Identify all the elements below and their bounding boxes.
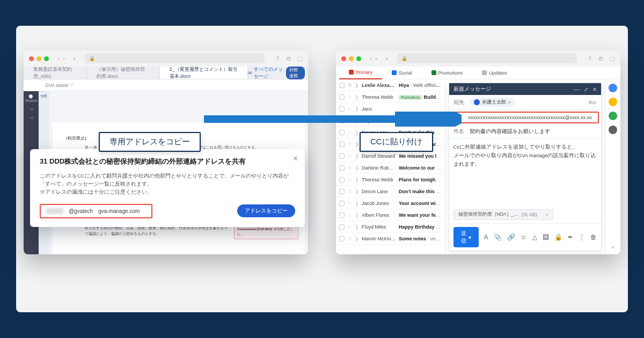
- important-icon[interactable]: ❯: [355, 118, 359, 123]
- mail-row[interactable]: ☆❯Albert FloresWe want your feedback · M…: [336, 209, 445, 221]
- send-button[interactable]: 送信▾: [453, 227, 479, 247]
- close-icon[interactable]: [29, 56, 34, 61]
- rail-keep-icon[interactable]: [609, 98, 617, 106]
- checkbox[interactable]: [339, 83, 345, 88]
- minimize-icon[interactable]: [36, 56, 41, 61]
- link-icon[interactable]: 🔗: [507, 233, 515, 241]
- star-icon[interactable]: ☆: [347, 117, 352, 123]
- cc-field[interactable]: Cc xxxxxxxxxxxxxxxxxxxxxxxxxxxxxxxxxxxxx…: [451, 112, 599, 123]
- checkbox[interactable]: [339, 106, 345, 112]
- important-icon[interactable]: ❯: [355, 189, 359, 194]
- star-icon[interactable]: ☆: [347, 188, 352, 194]
- back-button[interactable]: ‹: [370, 55, 372, 62]
- share-icon[interactable]: ⇪: [275, 55, 280, 62]
- star-icon[interactable]: ☆: [347, 165, 352, 171]
- sidebar-item[interactable]: ▭: [30, 107, 33, 111]
- checkbox[interactable]: [339, 201, 345, 206]
- important-icon[interactable]: ❯: [355, 177, 359, 182]
- close-icon[interactable]: [341, 56, 346, 61]
- copy-address-button[interactable]: アドレスをコピー: [237, 204, 295, 217]
- important-icon[interactable]: ❯: [355, 106, 359, 112]
- zoom-icon[interactable]: [356, 56, 361, 61]
- copy-icon[interactable]: ⧉: [599, 55, 603, 62]
- forward-button[interactable]: ›: [375, 55, 377, 62]
- star-icon[interactable]: ☆: [347, 106, 352, 112]
- checkbox[interactable]: [339, 165, 345, 171]
- important-icon[interactable]: ❯: [355, 236, 359, 241]
- trash-icon[interactable]: 🗑: [590, 233, 597, 241]
- remove-attachment-icon[interactable]: ×: [546, 212, 548, 217]
- chevron-right-icon[interactable]: ›: [612, 244, 614, 250]
- address-bar[interactable]: 🔒: [85, 54, 265, 63]
- mail-list[interactable]: ☆❯Leslie AlexanderHiya · Velit officia c…: [336, 79, 445, 254]
- recipient-chip[interactable]: 弁護士太郎 ×: [470, 98, 515, 107]
- mail-row[interactable]: ☆❯Theresa WebbPromotionsBuild prototypes: [336, 91, 445, 103]
- checkbox[interactable]: [339, 177, 345, 182]
- compose-body[interactable]: Ccに外部連絡アドレスを追加してやり取りすると、 メールでのやり取り内容がGVA…: [449, 138, 601, 206]
- star-icon[interactable]: ☆: [347, 94, 352, 100]
- share-icon[interactable]: ⇪: [588, 55, 592, 62]
- mail-row[interactable]: ☆❯Leslie AlexanderHiya · Velit officia c…: [336, 79, 445, 91]
- zoom-icon[interactable]: [44, 56, 49, 61]
- add-tab-button[interactable]: ＋: [71, 55, 77, 63]
- important-icon[interactable]: ❯: [355, 165, 359, 171]
- close-modal-button[interactable]: ✕: [292, 155, 298, 163]
- mail-row[interactable]: ☆❯Devon LaneDon't make this bad · Albequ…: [336, 186, 445, 197]
- attach-icon[interactable]: 📎: [494, 233, 502, 241]
- tab-primary[interactable]: Primary: [339, 67, 382, 79]
- checkbox[interactable]: [339, 94, 345, 100]
- signature-icon[interactable]: ✒: [568, 233, 573, 241]
- important-icon[interactable]: ❯: [355, 212, 359, 218]
- emoji-icon[interactable]: ☺: [521, 233, 527, 241]
- mail-row[interactable]: ☆❯Marvin McKinneySome notes · Vestibulum…: [336, 233, 445, 245]
- checkbox[interactable]: [339, 153, 345, 159]
- important-icon[interactable]: ❯: [355, 153, 359, 159]
- checkbox[interactable]: [339, 130, 345, 135]
- more-icon[interactable]: ⋮: [579, 233, 585, 241]
- mail-row[interactable]: ☆❯Guy: [336, 115, 445, 127]
- doc-tab-1[interactable]: 業務委託基本契約書_v001: [24, 67, 87, 79]
- bcc-toggle[interactable]: Bcc: [589, 100, 597, 105]
- tabs-icon[interactable]: ▢: [610, 55, 615, 62]
- doc-tab-3[interactable]: 2_（変更履歴とコメント）取引基本.docx: [160, 67, 248, 79]
- mail-row[interactable]: ☆❯Jaco: [336, 103, 445, 115]
- doc-tab-2[interactable]: （展示用）秘密保持契約書.docx: [87, 67, 160, 79]
- mail-row[interactable]: ☆❯Darrell StewardWe missed you last nigh…: [336, 150, 445, 162]
- checkbox[interactable]: [339, 189, 345, 194]
- subject-field[interactable]: 件名 契約書の内容確認をお願いします: [449, 125, 601, 138]
- format-icon[interactable]: A: [484, 233, 488, 241]
- tab-social[interactable]: Social: [382, 67, 422, 79]
- star-icon[interactable]: ☆: [347, 129, 352, 135]
- drive-icon[interactable]: △: [532, 233, 537, 241]
- checkbox[interactable]: [339, 142, 345, 147]
- minimize-icon[interactable]: —: [574, 86, 580, 92]
- minimize-icon[interactable]: [349, 56, 354, 61]
- sidebar-item[interactable]: ▭: [30, 115, 33, 120]
- important-icon[interactable]: ❯: [355, 224, 359, 230]
- checkbox[interactable]: [339, 118, 345, 123]
- back-button[interactable]: ‹: [57, 55, 60, 62]
- checkbox[interactable]: [339, 224, 345, 230]
- important-icon[interactable]: ❯: [355, 130, 359, 135]
- star-icon[interactable]: ☆: [347, 82, 352, 88]
- important-icon[interactable]: ❯: [355, 94, 359, 100]
- mail-row[interactable]: ☆❯Darlene RobertsonWelcome to our mailin…: [336, 162, 445, 174]
- mail-row[interactable]: ☆❯Jacob JonesYour account with us · Labo…: [336, 197, 445, 209]
- star-icon[interactable]: ☆: [347, 200, 352, 206]
- mail-row[interactable]: ☆❯Floyd MilesHappy Birthday · Consectetu…: [336, 221, 445, 233]
- close-icon[interactable]: ✕: [592, 86, 597, 92]
- messages-dropdown[interactable]: ✉ すべてのメッセージ 外部連携: [248, 66, 305, 80]
- checkbox[interactable]: [339, 236, 345, 241]
- compose-header[interactable]: 新規メッセージ — ⤢ ✕: [449, 83, 601, 95]
- rail-tasks-icon[interactable]: [609, 112, 617, 120]
- tabs-icon[interactable]: ▢: [297, 55, 303, 62]
- star-icon[interactable]: ☆: [347, 153, 352, 159]
- important-icon[interactable]: ❯: [355, 83, 359, 88]
- remove-chip-icon[interactable]: ×: [508, 100, 511, 105]
- star-icon[interactable]: ☆: [347, 236, 352, 241]
- important-icon[interactable]: ❯: [355, 142, 359, 147]
- add-tab-button[interactable]: ＋: [384, 55, 390, 63]
- star-icon[interactable]: ☆: [347, 177, 352, 182]
- version-icon[interactable]: 🕘Version: [25, 94, 37, 102]
- tab-promotions[interactable]: Promotions: [422, 67, 473, 79]
